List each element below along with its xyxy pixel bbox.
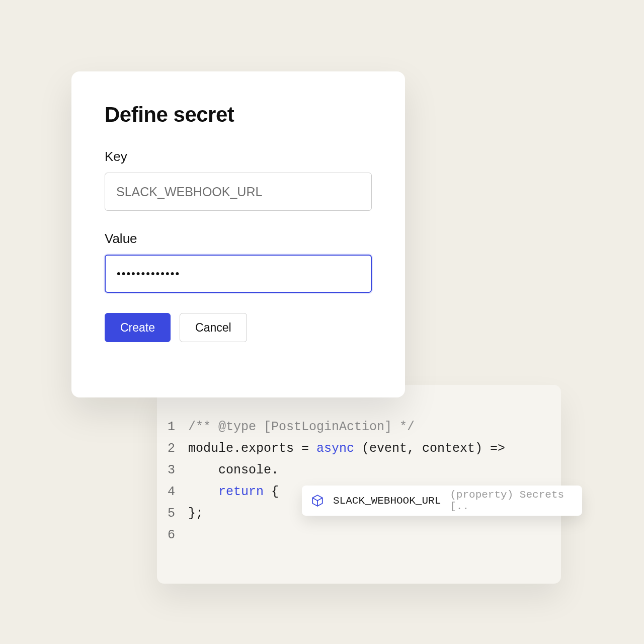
define-secret-modal: Define secret Key Value Create Cancel [71,71,405,397]
line-number: 6 [157,524,188,546]
code-content: console. [188,459,279,481]
code-line[interactable]: 2module.exports = async (event, context)… [157,438,561,459]
code-content: module.exports = async (event, context) … [188,438,505,459]
key-input[interactable] [105,173,372,211]
key-field: Key [105,149,372,211]
code-line[interactable]: 6 [157,524,561,546]
key-label: Key [105,149,372,165]
code-content: }; [188,503,203,524]
code-line[interactable]: 3 console. [157,459,561,481]
autocomplete-popup[interactable]: SLACK_WEBHOOK_URL (property) Secrets [.. [302,486,582,516]
code-content: /** @type [PostLoginAction] */ [188,416,415,438]
autocomplete-item-hint: (property) Secrets [.. [450,489,573,512]
value-field: Value [105,231,372,293]
value-input[interactable] [105,255,372,293]
line-number: 4 [157,481,188,503]
autocomplete-item-name: SLACK_WEBHOOK_URL [333,495,441,507]
modal-title: Define secret [105,103,372,127]
create-button[interactable]: Create [105,313,171,342]
line-number: 1 [157,416,188,438]
value-label: Value [105,231,372,247]
cancel-button[interactable]: Cancel [180,313,247,342]
line-number: 5 [157,503,188,524]
code-editor-panel: 1/** @type [PostLoginAction] */2module.e… [157,385,561,584]
line-number: 2 [157,438,188,459]
modal-button-row: Create Cancel [105,313,372,342]
cube-icon [311,494,324,507]
line-number: 3 [157,459,188,481]
code-line[interactable]: 1/** @type [PostLoginAction] */ [157,416,561,438]
code-content: return { [188,481,279,503]
